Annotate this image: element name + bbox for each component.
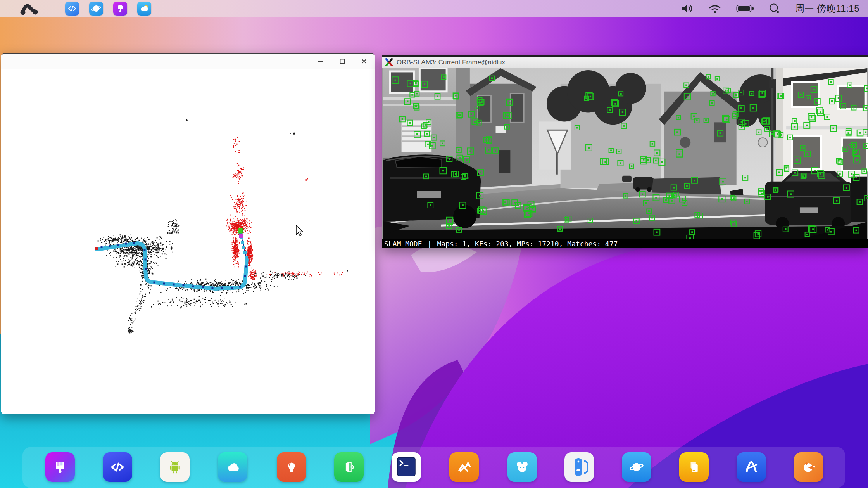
aidlux-logo[interactable]	[19, 2, 40, 16]
current-frame-marker	[238, 228, 243, 238]
dock-mouse-icon[interactable]	[507, 452, 537, 482]
menubar-paint-icon[interactable]	[113, 2, 127, 16]
dock-browser-icon[interactable]	[622, 452, 651, 482]
android-glyph	[166, 458, 184, 476]
slam-point-cloud	[1, 69, 375, 414]
paint-glyph	[52, 459, 69, 476]
status-stats: Maps: 1, KFs: 203, MPs: 17210, Matches: …	[437, 240, 618, 248]
weather-glyph	[139, 3, 149, 14]
dock-terminal-icon[interactable]	[392, 452, 421, 482]
volume-icon[interactable]	[681, 3, 694, 14]
dock-files-icon[interactable]	[679, 452, 709, 482]
map-points-layer	[98, 119, 348, 334]
desktop: 周一 傍晚11:15	[0, 0, 868, 488]
w-chevrons-glyph	[455, 458, 473, 476]
slam-map-window	[1, 53, 375, 414]
mouse-glyph	[513, 458, 531, 476]
files-glyph	[685, 458, 703, 476]
code-glyph	[67, 4, 77, 13]
terminal-glyph	[392, 452, 421, 482]
exit-door-glyph	[340, 459, 357, 476]
planet-glyph	[627, 457, 646, 477]
dock-cloud-icon[interactable]	[218, 452, 247, 482]
dock-appstore-icon[interactable]	[737, 452, 766, 482]
dock-paint-icon[interactable]	[45, 452, 75, 482]
dock-exit-icon[interactable]	[334, 452, 364, 482]
dock-office-icon[interactable]	[449, 452, 479, 482]
menubar-status-area: 周一 傍晚11:15	[681, 2, 859, 15]
maximize-button[interactable]	[337, 55, 348, 67]
orb-window-title: ORB-SLAM3: Current Frame@aidlux	[397, 59, 505, 66]
game-glyph	[799, 458, 818, 476]
menubar-weather-icon[interactable]	[137, 2, 151, 16]
dock-lightbulb-icon[interactable]	[277, 452, 306, 482]
foreground-car	[383, 154, 481, 228]
device-glyph	[564, 452, 594, 482]
map-viewport[interactable]	[1, 69, 375, 414]
menubar-code-icon[interactable]	[65, 2, 79, 16]
menu-bar: 周一 傍晚11:15	[0, 0, 868, 17]
orb-status-bar: SLAM MODE | Maps: 1, KFs: 203, MPs: 1721…	[382, 239, 868, 248]
camera-scene	[382, 68, 868, 239]
close-icon	[361, 58, 368, 65]
dock-game-icon[interactable]	[794, 452, 823, 482]
planet-glyph	[91, 3, 101, 14]
code-glyph	[109, 458, 126, 476]
dock	[0, 452, 868, 483]
cloud-glyph	[223, 458, 242, 476]
yield-sign-wall	[539, 121, 571, 174]
map-window-titlebar[interactable]	[1, 54, 375, 69]
status-mode: SLAM MODE	[384, 240, 422, 248]
search-icon[interactable]	[769, 3, 780, 14]
dock-android-icon[interactable]	[160, 452, 190, 482]
minimize-icon	[317, 58, 324, 65]
wifi-icon[interactable]	[708, 3, 721, 14]
lightbulb-glyph	[283, 459, 300, 476]
orb-slam3-window: ORB-SLAM3: Current Frame@aidlux	[382, 55, 868, 248]
status-separator: |	[428, 240, 432, 248]
battery-icon[interactable]	[736, 4, 754, 13]
center-house	[466, 68, 537, 188]
paint-glyph	[116, 4, 125, 13]
minimize-button[interactable]	[315, 55, 326, 67]
dock-device-icon[interactable]	[564, 452, 594, 482]
mouse-cursor	[296, 225, 303, 236]
trajectory-path	[97, 243, 247, 289]
maximize-icon	[339, 58, 346, 65]
menubar-planet-icon[interactable]	[89, 2, 103, 16]
close-button[interactable]	[358, 55, 370, 67]
satellite-dish	[758, 138, 767, 147]
camera-frame	[382, 68, 868, 239]
a-letter-glyph	[742, 457, 761, 477]
orb-titlebar[interactable]: ORB-SLAM3: Current Frame@aidlux	[382, 57, 868, 68]
x11-icon	[385, 58, 393, 66]
clock: 周一 傍晚11:15	[795, 2, 859, 15]
dock-code-icon[interactable]	[103, 452, 132, 482]
